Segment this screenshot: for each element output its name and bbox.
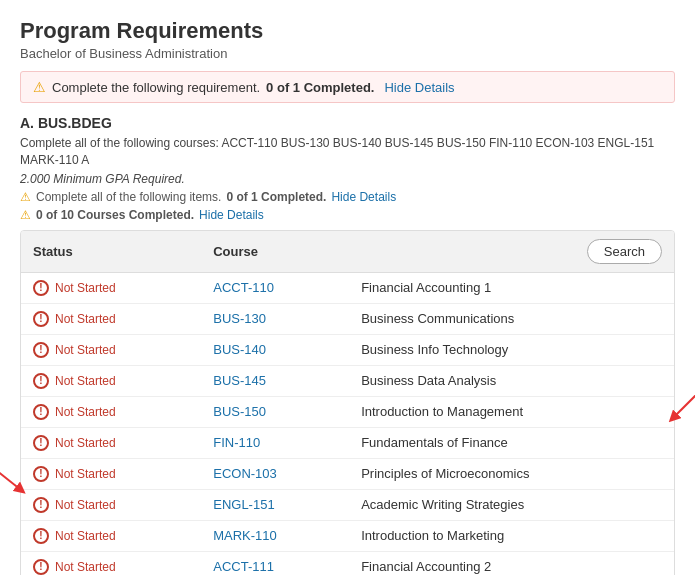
course-name-cell: Business Communications xyxy=(349,303,674,334)
course-code-cell: MARK-110 xyxy=(201,520,349,551)
course-link[interactable]: ENGL-151 xyxy=(213,497,274,512)
not-started-icon: ! xyxy=(33,311,49,327)
search-button[interactable]: Search xyxy=(587,239,662,264)
gpa-note: 2.000 Minimum GPA Required. xyxy=(20,172,675,186)
course-code-cell: FIN-110 xyxy=(201,427,349,458)
course-link[interactable]: MARK-110 xyxy=(213,528,277,543)
course-link[interactable]: BUS-145 xyxy=(213,373,266,388)
sub-hide-link[interactable]: Hide Details xyxy=(331,190,396,204)
course-link[interactable]: BUS-140 xyxy=(213,342,266,357)
sub-warn-icon: ⚠ xyxy=(20,190,31,204)
not-started-icon: ! xyxy=(33,435,49,451)
status-cell: ! Not Started xyxy=(21,365,201,396)
status-label: Not Started xyxy=(55,436,116,450)
course-name: Academic Writing Strategies xyxy=(361,497,524,512)
table-row: ! Not Started ACCT-110Financial Accounti… xyxy=(21,272,674,303)
course-name-cell: Business Info Technology xyxy=(349,334,674,365)
sub-alert-status: 0 of 1 Completed. xyxy=(226,190,326,204)
not-started-icon: ! xyxy=(33,559,49,575)
not-started-icon: ! xyxy=(33,466,49,482)
table-row: ! Not Started BUS-145Business Data Analy… xyxy=(21,365,674,396)
status-cell: ! Not Started xyxy=(21,458,201,489)
course-code-cell: BUS-145 xyxy=(201,365,349,396)
status-cell: ! Not Started xyxy=(21,334,201,365)
status-cell: ! Not Started xyxy=(21,427,201,458)
main-alert-bar: ⚠ Complete the following requirement. 0 … xyxy=(20,71,675,103)
left-arrow-icon xyxy=(0,465,26,495)
course-name: Fundamentals of Finance xyxy=(361,435,508,450)
course-code-cell: BUS-150 xyxy=(201,396,349,427)
hide-details-link[interactable]: Hide Details xyxy=(384,80,454,95)
table-row: ! Not Started MARK-110Introduction to Ma… xyxy=(21,520,674,551)
course-name: Introduction to Management xyxy=(361,404,523,419)
course-link[interactable]: ECON-103 xyxy=(213,466,277,481)
col-status: Status xyxy=(21,231,201,273)
svg-line-1 xyxy=(0,470,21,490)
table-row: ! Not Started FIN-110Fundamentals of Fin… xyxy=(21,427,674,458)
course-link[interactable]: FIN-110 xyxy=(213,435,260,450)
course-name-cell: Business Data Analysis xyxy=(349,365,674,396)
alert-status: 0 of 1 Completed. xyxy=(266,80,374,95)
table-row: ! Not Started BUS-130Business Communicat… xyxy=(21,303,674,334)
course-link[interactable]: BUS-130 xyxy=(213,311,266,326)
course-name: Business Communications xyxy=(361,311,514,326)
course-name-cell: Introduction to Management xyxy=(349,396,674,427)
course-name-cell: Fundamentals of Finance xyxy=(349,427,674,458)
page-title: Program Requirements xyxy=(20,18,675,44)
not-started-icon: ! xyxy=(33,404,49,420)
alert-text: Complete the following requirement. xyxy=(52,80,260,95)
course-name: Financial Accounting 1 xyxy=(361,280,491,295)
table-row: ! Not Started ECON-103Principles of Micr… xyxy=(21,458,674,489)
course-name: Business Data Analysis xyxy=(361,373,496,388)
page-subtitle: Bachelor of Business Administration xyxy=(20,46,675,61)
course-code-cell: ECON-103 xyxy=(201,458,349,489)
not-started-icon: ! xyxy=(33,497,49,513)
status-label: Not Started xyxy=(55,405,116,419)
not-started-icon: ! xyxy=(33,373,49,389)
course-name-cell: Principles of Microeconomics xyxy=(349,458,674,489)
course-code-cell: ACCT-110 xyxy=(201,272,349,303)
status-label: Not Started xyxy=(55,467,116,481)
status-cell: ! Not Started xyxy=(21,396,201,427)
sub-alert: ⚠ Complete all of the following items. 0… xyxy=(20,190,675,204)
table-row: ! Not Started ENGL-151Academic Writing S… xyxy=(21,489,674,520)
status-cell: ! Not Started xyxy=(21,520,201,551)
course-link[interactable]: BUS-150 xyxy=(213,404,266,419)
warn-icon: ⚠ xyxy=(33,79,46,95)
svg-line-3 xyxy=(673,393,695,418)
status-label: Not Started xyxy=(55,343,116,357)
section-desc: Complete all of the following courses: A… xyxy=(20,135,675,169)
course-name-cell: Academic Writing Strategies xyxy=(349,489,674,520)
course-name: Principles of Microeconomics xyxy=(361,466,529,481)
course-link[interactable]: ACCT-111 xyxy=(213,559,274,574)
section-title: A. BUS.BDEG xyxy=(20,115,675,131)
course-name: Introduction to Marketing xyxy=(361,528,504,543)
status-cell: ! Not Started xyxy=(21,551,201,575)
course-name: Business Info Technology xyxy=(361,342,508,357)
courses-alert-text: 0 of 10 Courses Completed. xyxy=(36,208,194,222)
table-row: ! Not Started BUS-150Introduction to Man… xyxy=(21,396,674,427)
courses-table-wrapper: Status Course Search ! Not Started ACCT-… xyxy=(20,230,675,575)
not-started-icon: ! xyxy=(33,342,49,358)
col-course: Course xyxy=(201,231,349,273)
course-code-cell: BUS-140 xyxy=(201,334,349,365)
courses-hide-link[interactable]: Hide Details xyxy=(199,208,264,222)
courses-warn-icon: ⚠ xyxy=(20,208,31,222)
status-label: Not Started xyxy=(55,374,116,388)
course-link[interactable]: ACCT-110 xyxy=(213,280,274,295)
status-cell: ! Not Started xyxy=(21,303,201,334)
not-started-icon: ! xyxy=(33,280,49,296)
course-name: Financial Accounting 2 xyxy=(361,559,491,574)
course-code-cell: BUS-130 xyxy=(201,303,349,334)
table-row: ! Not Started ACCT-111Financial Accounti… xyxy=(21,551,674,575)
course-name-cell: Financial Accounting 2 xyxy=(349,551,674,575)
status-label: Not Started xyxy=(55,281,116,295)
course-code-cell: ACCT-111 xyxy=(201,551,349,575)
status-label: Not Started xyxy=(55,498,116,512)
courses-table: Status Course Search ! Not Started ACCT-… xyxy=(21,231,674,575)
status-label: Not Started xyxy=(55,529,116,543)
course-code-cell: ENGL-151 xyxy=(201,489,349,520)
status-label: Not Started xyxy=(55,312,116,326)
course-name-cell: Introduction to Marketing xyxy=(349,520,674,551)
not-started-icon: ! xyxy=(33,528,49,544)
